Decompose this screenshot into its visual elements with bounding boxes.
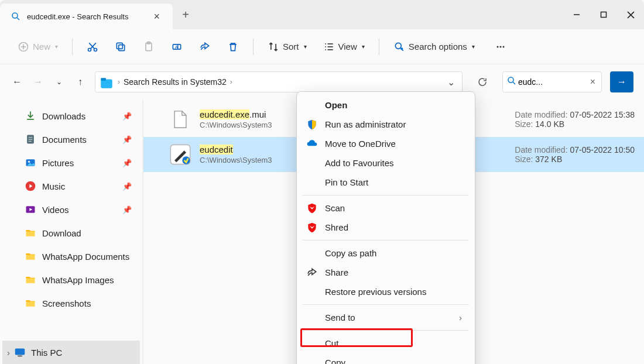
search-go-button[interactable]: → [610, 71, 633, 92]
separator [253, 39, 254, 55]
paste-button[interactable] [137, 37, 160, 57]
maximize-button[interactable] [590, 0, 617, 29]
sidebar-item-this-pc[interactable]: › This PC [2, 341, 140, 364]
svg-rect-44 [15, 349, 25, 355]
sidebar-item-downloads[interactable]: Downloads 📌 [2, 104, 140, 128]
sidebar-item-label: Screenshots [42, 298, 140, 308]
file-meta: Date modified: 07-05-2022 15:38 Size: 14… [515, 110, 635, 129]
separator [72, 39, 73, 55]
sidebar-item-label: This PC [31, 348, 62, 358]
chevron-down-icon: ▾ [304, 43, 307, 50]
file-path: C:\Windows\System3 [200, 121, 272, 129]
svg-point-34 [508, 77, 513, 83]
document-icon [25, 133, 36, 145]
separator [303, 330, 469, 331]
folder-icon [25, 274, 36, 286]
new-label: New [33, 42, 50, 51]
ctx-send-to[interactable]: Send to› [297, 308, 475, 327]
pin-icon: 📌 [122, 159, 132, 167]
sidebar-item-whatsapp-documents[interactable]: WhatsApp Documents [2, 245, 140, 268]
search-options-label: Search options [409, 42, 467, 51]
share-icon [306, 267, 318, 279]
svg-point-29 [496, 46, 498, 47]
pictures-icon [25, 157, 36, 169]
mcafee-icon [306, 202, 318, 214]
ctx-favourites[interactable]: Add to Favourites [297, 153, 475, 173]
search-input[interactable] [518, 77, 588, 87]
svg-rect-33 [101, 78, 106, 80]
delete-button[interactable] [221, 37, 245, 57]
minimize-button[interactable] [563, 0, 590, 29]
clear-search-icon[interactable]: × [588, 77, 598, 87]
sidebar-item-screenshots[interactable]: Screenshots [2, 291, 140, 315]
new-button[interactable]: New ▾ [12, 37, 64, 57]
folder-icon [25, 297, 36, 309]
pin-icon: 📌 [122, 182, 132, 191]
mcafee-icon [306, 222, 318, 233]
address-dropdown[interactable]: ⌄ [444, 77, 458, 88]
ctx-open[interactable]: Open [297, 95, 475, 115]
svg-rect-32 [101, 80, 112, 88]
cut-button[interactable] [81, 37, 104, 57]
sidebar-item-label: WhatsApp Documents [42, 252, 140, 262]
browser-tab[interactable]: eudcedit.exe - Search Results × [0, 4, 173, 29]
breadcrumb-text[interactable]: Search Results in System32 [124, 77, 227, 87]
sidebar-item-label: Downloads [42, 111, 122, 121]
search-options-button[interactable]: Search options ▾ [388, 37, 481, 57]
svg-rect-3 [601, 12, 607, 18]
svg-point-41 [28, 161, 30, 163]
close-tab-icon[interactable]: × [151, 11, 162, 23]
svg-point-28 [400, 47, 403, 50]
more-button[interactable] [489, 37, 512, 57]
new-tab-button[interactable]: + [173, 0, 198, 29]
search-box[interactable]: × [502, 71, 602, 92]
shield-icon [306, 119, 318, 131]
ctx-restore[interactable]: Restore previous versions [297, 282, 475, 301]
sidebar-item-label: Videos [42, 205, 122, 215]
onedrive-icon [306, 138, 318, 150]
ctx-scan[interactable]: Scan [297, 198, 475, 218]
sort-button[interactable]: Sort ▾ [262, 37, 313, 57]
ctx-copy-path[interactable]: Copy as path [297, 243, 475, 263]
ctx-pin-start[interactable]: Pin to Start [297, 173, 475, 192]
sidebar-item-whatsapp-images[interactable]: WhatsApp Images [2, 268, 140, 291]
rename-button[interactable]: A [165, 37, 189, 57]
sidebar-item-videos[interactable]: Videos 📌 [2, 198, 140, 221]
svg-rect-45 [18, 356, 22, 357]
recent-button[interactable]: ⌄ [53, 78, 66, 86]
sidebar-item-music[interactable]: Music 📌 [2, 174, 140, 198]
close-window-button[interactable] [617, 0, 644, 29]
ctx-copy[interactable]: Copy [297, 353, 475, 364]
ctx-shred[interactable]: Shred [297, 218, 475, 237]
search-icon [11, 11, 21, 22]
up-button[interactable]: ↑ [74, 77, 87, 87]
back-button[interactable]: ← [11, 77, 23, 87]
sidebar-item-label: Download [42, 228, 140, 238]
ctx-cut[interactable]: Cut [297, 334, 475, 353]
sidebar-item-documents[interactable]: Documents 📌 [2, 128, 140, 151]
copy-button[interactable] [109, 37, 132, 57]
music-icon [25, 180, 36, 192]
ctx-onedrive[interactable]: Move to OneDrive [297, 134, 475, 153]
view-label: View [338, 42, 357, 51]
search-icon [506, 75, 518, 88]
chevron-right-icon: › [227, 78, 236, 86]
forward-button[interactable]: → [32, 77, 44, 87]
pin-icon: 📌 [122, 205, 132, 214]
sidebar-item-label: Pictures [42, 158, 122, 168]
sidebar-item-pictures[interactable]: Pictures 📌 [2, 151, 140, 174]
folder-search-icon [99, 75, 114, 88]
ctx-share[interactable]: Share [297, 263, 475, 282]
ctx-run-admin[interactable]: Run as administrator [297, 115, 475, 134]
share-button[interactable] [193, 37, 217, 57]
folder-icon [25, 227, 36, 239]
separator [303, 304, 469, 305]
refresh-button[interactable] [471, 77, 494, 87]
pin-icon: 📌 [122, 112, 132, 121]
svg-line-1 [17, 18, 19, 20]
view-button[interactable]: View ▾ [317, 37, 371, 57]
svg-point-0 [12, 13, 18, 18]
address-bar[interactable]: › Search Results in System32 › ⌄ [95, 71, 463, 92]
sidebar-item-download[interactable]: Download [2, 221, 140, 245]
separator [303, 240, 469, 241]
